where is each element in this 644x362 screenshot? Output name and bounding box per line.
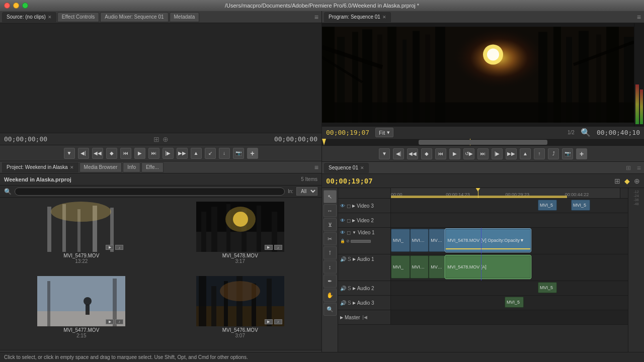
- program-panel-menu[interactable]: ≡: [634, 13, 644, 21]
- source-safe-icon[interactable]: ⊞: [153, 135, 159, 143]
- source-go-out[interactable]: |▶: [163, 148, 174, 159]
- expand-v1[interactable]: ▼: [352, 230, 356, 235]
- move-tool[interactable]: ↕: [324, 260, 337, 274]
- sync-icon-v1[interactable]: ⊘: [346, 239, 350, 243]
- clip-a3-1[interactable]: MVI_5: [505, 297, 524, 308]
- program-step-back2[interactable]: ⏮: [435, 148, 446, 159]
- program-lift[interactable]: ↑: [534, 148, 545, 159]
- clip-v1-5476[interactable]: MVI_5476.: [410, 229, 429, 252]
- sync-btn-v1[interactable]: ◻: [347, 230, 351, 235]
- timeline-menu-btn[interactable]: ≡: [634, 164, 644, 172]
- clip-v3-2[interactable]: MVI_5: [571, 200, 590, 211]
- source-step-fwd[interactable]: ⏭: [148, 148, 159, 159]
- close-button[interactable]: [4, 3, 10, 9]
- program-add-marker[interactable]: ◆: [421, 148, 432, 159]
- razor-tool[interactable]: ✂: [324, 232, 337, 245]
- clip-v1-mvi[interactable]: MVI_: [391, 229, 410, 252]
- source-add-marker[interactable]: ◆: [106, 148, 117, 159]
- tab-project[interactable]: Project: Weekend in Alaska ✕: [2, 162, 78, 172]
- work-area-bar[interactable]: [391, 196, 567, 198]
- track-content-master[interactable]: [391, 310, 628, 324]
- clip-v1-5478[interactable]: MVI_5478.MOV [V] Opacity:Opacity▼: [445, 229, 531, 252]
- sync-btn-v2[interactable]: ◻: [347, 218, 351, 223]
- source-marker-icon[interactable]: ⊕: [163, 135, 169, 143]
- tab-source-close[interactable]: ✕: [48, 15, 52, 20]
- source-add-btn[interactable]: +: [247, 148, 258, 159]
- program-step-back[interactable]: ◀◀: [407, 148, 418, 159]
- source-step-back2[interactable]: ⏮: [120, 148, 131, 159]
- marker-icon[interactable]: ◆: [624, 177, 630, 185]
- tab-project-close[interactable]: ✕: [70, 165, 74, 170]
- solo-btn-a3[interactable]: S: [348, 300, 351, 306]
- mute-btn-a3[interactable]: 🔊: [340, 300, 346, 306]
- program-go-in[interactable]: ◀|: [393, 148, 404, 159]
- expand-master[interactable]: ▶: [340, 315, 343, 320]
- maximize-button[interactable]: [22, 3, 28, 9]
- vis-btn-v1[interactable]: 👁: [340, 230, 345, 235]
- clip-v1-5479[interactable]: MVI_5479: [429, 229, 445, 252]
- panel-menu-icon[interactable]: ≡: [311, 13, 321, 21]
- source-step-back[interactable]: ◀◀: [92, 148, 103, 159]
- tab-program-close[interactable]: ✕: [382, 15, 386, 20]
- tab-effects[interactable]: Effe...: [141, 162, 164, 172]
- program-mark-in[interactable]: ▼: [379, 148, 390, 159]
- source-play[interactable]: ▶: [134, 148, 145, 159]
- track-content-v2[interactable]: [391, 213, 628, 227]
- track-content-a2[interactable]: MVI_5: [391, 281, 628, 295]
- window-controls[interactable]: [4, 3, 28, 9]
- list-item[interactable]: ▶ ♪ MVI_5477.MOV 2:15: [2, 274, 161, 348]
- opacity-slider[interactable]: [351, 240, 371, 243]
- zoom-tool[interactable]: 🔍: [324, 303, 337, 316]
- timeline-panel-menu[interactable]: ⊞: [624, 164, 633, 171]
- program-extract[interactable]: ⤴: [548, 148, 559, 159]
- program-step-fwd[interactable]: ⏭: [477, 148, 489, 159]
- tab-media-browser[interactable]: Media Browser: [79, 162, 122, 172]
- list-item[interactable]: ▶ ♪ MVI_5479.MOV 13:22: [2, 200, 161, 274]
- source-mark-in[interactable]: ▼: [64, 148, 75, 159]
- track-content-a3[interactable]: MVI_5: [391, 296, 628, 310]
- program-go-out[interactable]: |▶: [492, 148, 503, 159]
- source-overwrite[interactable]: ↓: [219, 148, 230, 159]
- in-select[interactable]: All: [296, 187, 317, 196]
- search-input[interactable]: [15, 188, 285, 196]
- fit-dropdown[interactable]: Fit ▾: [375, 128, 393, 137]
- zoom-in-icon[interactable]: 🔍: [581, 128, 591, 137]
- clip-a1-5476[interactable]: MVI_5476.: [410, 255, 429, 279]
- snap-icon[interactable]: ⊞: [614, 177, 620, 185]
- add-marker-icon[interactable]: ⊕: [634, 177, 640, 185]
- tab-effect-controls[interactable]: Effect Controls: [57, 12, 99, 22]
- clip-a2-1[interactable]: MVI_5: [538, 282, 557, 293]
- tab-metadata[interactable]: Metadata: [170, 12, 200, 22]
- clip-v3-1[interactable]: MVI_5: [538, 200, 557, 211]
- source-camera[interactable]: 📷: [233, 148, 244, 159]
- expand-a2[interactable]: ▶: [353, 286, 356, 291]
- hand-tool[interactable]: ✋: [324, 289, 337, 302]
- expand-a3[interactable]: ▶: [353, 301, 356, 305]
- track-content-a1[interactable]: MVI_ MVI_5476. MVI_5479 MVI_5478.MOV [A]: [391, 254, 628, 281]
- program-scroll-bar[interactable]: [419, 140, 547, 145]
- program-step-fwd2[interactable]: ▶▶: [506, 148, 517, 159]
- mute-btn-a2[interactable]: 🔊: [340, 286, 346, 291]
- solo-btn-a1[interactable]: S: [348, 256, 351, 262]
- clip-a1-mvi[interactable]: MVI_: [391, 255, 410, 279]
- expand-a1[interactable]: ▶: [353, 257, 356, 261]
- pen-tool[interactable]: ✒: [324, 275, 337, 288]
- vis-btn-v2[interactable]: 👁: [340, 218, 345, 223]
- source-go-in[interactable]: ◀|: [78, 148, 89, 159]
- expand-v3[interactable]: ▶: [352, 204, 355, 208]
- vis-btn-v3[interactable]: 👁: [340, 203, 345, 209]
- list-item[interactable]: ▶ ♪ MVI_5476.MOV 3:07: [161, 274, 320, 348]
- mute-btn-a1[interactable]: 🔊: [340, 256, 346, 262]
- clip-a1-5478[interactable]: MVI_5478.MOV [A]: [445, 255, 531, 279]
- track-content-v3[interactable]: MVI_5 MVI_5: [391, 199, 628, 213]
- minimize-button[interactable]: [13, 3, 19, 9]
- program-camera[interactable]: 📷: [562, 148, 573, 159]
- source-insert[interactable]: ↙: [205, 148, 216, 159]
- slip-tool[interactable]: ⊺: [324, 246, 337, 259]
- tab-program[interactable]: Program: Sequence 01 ✕: [324, 12, 391, 22]
- solo-btn-a2[interactable]: S: [348, 286, 351, 291]
- program-play[interactable]: ▶: [449, 148, 460, 159]
- list-item[interactable]: ▶ ♪ MVI_5478.MOV 3:17: [161, 200, 320, 274]
- select-tool[interactable]: ↖: [324, 190, 337, 203]
- tab-seq-close[interactable]: ✕: [360, 165, 364, 170]
